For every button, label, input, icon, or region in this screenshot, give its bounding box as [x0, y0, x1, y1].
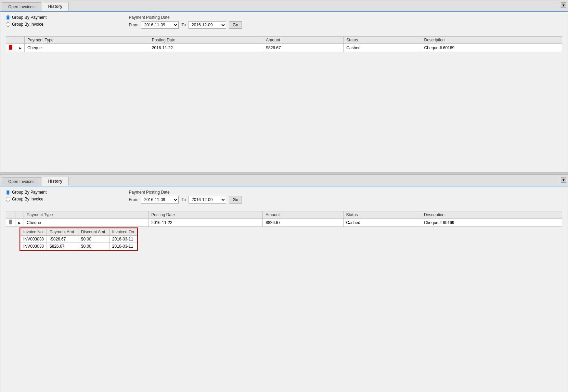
invoice-sub-table: Invoice No. Payment Amt. Discount Amt. I… [20, 228, 137, 250]
row-indicator-cell-1 [6, 44, 16, 52]
tab-open-invoices-2[interactable]: Open Invoices [2, 177, 41, 186]
sub-col-discount-amt: Discount Amt. [78, 228, 109, 236]
go-button-1[interactable]: Go [229, 21, 242, 29]
date-filter-section-1: Payment Posting Date From 2016-11-09 To … [129, 15, 242, 29]
col-nav-1 [16, 37, 25, 44]
panel-divider [0, 172, 568, 175]
sub-table-header-row: Invoice No. Payment Amt. Discount Amt. I… [21, 228, 137, 236]
sub-table-container: Invoice No. Payment Amt. Discount Amt. I… [20, 227, 138, 251]
tab-history-2[interactable]: History [42, 177, 69, 186]
radio-group-by-invoice-2[interactable]: Group By Invoice [6, 197, 47, 201]
cell-posting-date-2: 2016-11-22 [149, 219, 263, 227]
sub-col-payment-amt: Payment Amt. [47, 228, 78, 236]
tab-bar-1: Open Invoices History ▼ [0, 0, 568, 12]
radio-group-by-payment-1[interactable]: Group By Payment [6, 15, 47, 20]
table-header-row-1: Payment Type Posting Date Amount Status … [6, 37, 562, 44]
col-description-2: Description [421, 211, 562, 219]
sub-cell-payment-amt-2: $826.67 [47, 243, 78, 250]
row-arrow-cell-1[interactable]: ▶ [16, 44, 25, 52]
table-wrapper-2: Payment Type Posting Date Amount Status … [0, 211, 568, 255]
sub-cell-invoiced-on-1: 2016-03-11 [109, 236, 137, 243]
row-arrow-2[interactable]: ▶ [18, 221, 21, 225]
radio-group-2: Group By Payment Group By Invoice [6, 190, 47, 201]
col-posting-date-2: Posting Date [149, 211, 263, 219]
controls-row-1: Group By Payment Group By Invoice Paymen… [0, 12, 568, 34]
col-expand-2 [6, 211, 15, 219]
sub-cell-discount-amt-1: $0.00 [78, 236, 109, 243]
go-button-2[interactable]: Go [229, 196, 242, 204]
radio-group-by-invoice-input-1[interactable] [6, 22, 10, 27]
sub-cell-discount-amt-2: $0.00 [78, 243, 109, 250]
row-indicator-cell-2 [6, 219, 15, 227]
col-amount-2: Amount [263, 211, 343, 219]
tab-dropdown-1[interactable]: ▼ [561, 2, 566, 8]
cell-posting-date-1: 2016-11-22 [149, 44, 263, 52]
tab-history-1[interactable]: History [42, 2, 69, 11]
from-date-select-2[interactable]: 2016-11-09 [141, 196, 179, 204]
sub-cell-invoice-no-2: INV003038 [21, 243, 47, 250]
radio-group-by-payment-input-2[interactable] [6, 190, 10, 195]
from-date-select-1[interactable]: 2016-11-09 [141, 21, 179, 29]
to-date-select-2[interactable]: 2016-12-09 [189, 196, 226, 204]
radio-group-by-payment-label-1: Group By Payment [12, 15, 47, 20]
radio-group-by-payment-input-1[interactable] [6, 15, 10, 20]
panel-2: Open Invoices History ▼ Group By Payment… [0, 175, 568, 392]
panel-1: Open Invoices History ▼ Group By Payment… [0, 0, 568, 172]
radio-group-by-payment-2[interactable]: Group By Payment [6, 190, 47, 195]
payment-table-2: Payment Type Posting Date Amount Status … [6, 211, 562, 227]
date-filter-row-2: From 2016-11-09 To 2016-12-09 Go [129, 196, 242, 204]
col-status-1: Status [344, 37, 421, 44]
col-expand-1 [6, 37, 16, 44]
col-posting-date-1: Posting Date [149, 37, 263, 44]
table-header-row-2: Payment Type Posting Date Amount Status … [6, 211, 562, 219]
sub-cell-invoiced-on-2: 2016-03-11 [109, 243, 137, 250]
cell-amount-2: $826.67 [263, 219, 343, 227]
radio-group-by-invoice-label-2: Group By Invoice [12, 197, 43, 201]
tab-dropdown-2[interactable]: ▼ [561, 177, 566, 183]
radio-group-by-invoice-1[interactable]: Group By Invoice [6, 22, 47, 27]
from-label-1: From [129, 23, 138, 27]
radio-group-by-invoice-input-2[interactable] [6, 197, 10, 201]
radio-group-by-invoice-label-1: Group By Invoice [12, 22, 43, 27]
col-payment-type-1: Payment Type [25, 37, 149, 44]
col-nav-2 [15, 211, 24, 219]
row-arrow-cell-2[interactable]: ▶ [15, 219, 24, 227]
cell-status-2: Cashed [343, 219, 421, 227]
sub-cell-invoice-no-1: INV003038 [21, 236, 47, 243]
to-label-1: To [181, 23, 186, 27]
empty-space-1 [0, 55, 568, 172]
sub-col-invoice-no: Invoice No. [21, 228, 47, 236]
col-payment-type-2: Payment Type [24, 211, 149, 219]
tab-bar-2: Open Invoices History ▼ [0, 175, 568, 186]
cell-description-1: Cheque # 60169 [421, 44, 562, 52]
empty-space-2 [0, 255, 568, 392]
date-filter-title-1: Payment Posting Date [129, 15, 242, 20]
cell-payment-type-2: Cheque [24, 219, 149, 227]
date-filter-section-2: Payment Posting Date From 2016-11-09 To … [129, 190, 242, 204]
col-amount-1: Amount [263, 37, 344, 44]
cell-status-1: Cashed [344, 44, 421, 52]
controls-row-2: Group By Payment Group By Invoice Paymen… [0, 186, 568, 208]
date-filter-title-2: Payment Posting Date [129, 190, 242, 195]
col-description-1: Description [421, 37, 562, 44]
collapse-indicator-2 [9, 220, 12, 224]
cell-amount-1: $826.67 [263, 44, 344, 52]
sub-table-row: INV003038 $826.67 $0.00 2016-03-11 [21, 243, 137, 250]
red-indicator-1 [9, 45, 12, 50]
payment-table-1: Payment Type Posting Date Amount Status … [6, 36, 562, 52]
table-wrapper-1: Payment Type Posting Date Amount Status … [0, 36, 568, 55]
to-label-2: To [181, 197, 186, 202]
tab-open-invoices-1[interactable]: Open Invoices [2, 2, 41, 11]
cell-payment-type-1: Cheque [25, 44, 149, 52]
cell-description-2: Cheque # 60169 [421, 219, 562, 227]
table-row: ▶ Cheque 2016-11-22 $826.67 Cashed Chequ… [6, 44, 562, 52]
radio-group-by-payment-label-2: Group By Payment [12, 190, 47, 195]
table-row: ▶ Cheque 2016-11-22 $826.67 Cashed Chequ… [6, 219, 562, 227]
sub-cell-payment-amt-1: -$826.67 [47, 236, 78, 243]
row-arrow-1[interactable]: ▶ [19, 46, 22, 50]
from-label-2: From [129, 197, 138, 202]
col-status-2: Status [343, 211, 421, 219]
to-date-select-1[interactable]: 2016-12-09 [189, 21, 226, 29]
date-filter-row-1: From 2016-11-09 To 2016-12-09 Go [129, 21, 242, 29]
sub-col-invoiced-on: Invoiced On [109, 228, 137, 236]
